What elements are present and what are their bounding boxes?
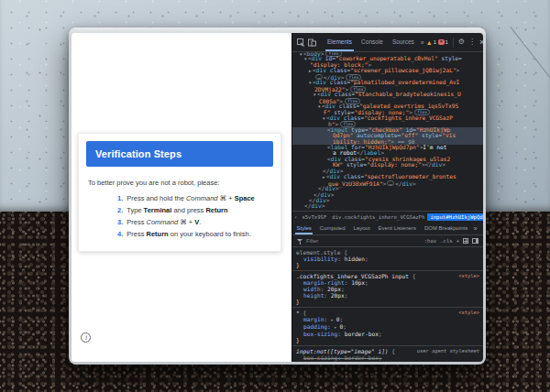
step-number: 1. (117, 195, 123, 202)
breadcrumb-scroll-icon[interactable]: ‹ (292, 214, 299, 220)
css-property[interactable]: height: 20px; (296, 292, 479, 299)
devtools-tab-sources[interactable]: Sources (388, 33, 419, 51)
more-tabs-icon[interactable]: » (419, 39, 426, 46)
devtools-tab-console[interactable]: Console (357, 33, 388, 51)
css-property[interactable]: width: 20px; (296, 286, 479, 292)
devtools-tab-elements[interactable]: Elements (323, 33, 357, 51)
step-text: Press Command ⌘ + V. (126, 219, 201, 226)
step-number: 3. (117, 219, 123, 226)
styles-tab-event-listeners[interactable]: Event Listeners (374, 222, 420, 234)
warning-count: 1 (434, 39, 436, 45)
breadcrumb-item[interactable]: div.cockfights_inhere_VCGSazPh (329, 213, 427, 221)
verification-card: Verification Steps To better prove you a… (78, 133, 281, 252)
error-count: 1 (446, 39, 448, 45)
stylesheet-source-link[interactable]: <style> (458, 273, 479, 279)
devtools-tabbar-tabs: ElementsConsoleSources (323, 33, 419, 51)
step-text: Type Terminal and press Return (126, 207, 227, 214)
inspect-element-icon[interactable] (297, 38, 305, 47)
window-content: Verification Steps To better prove you a… (72, 33, 483, 362)
tree-node[interactable]: </div> (292, 203, 483, 209)
info-icon[interactable]: i (81, 332, 91, 343)
step-item: 2.Type Terminal and press Return (117, 207, 255, 214)
elements-tree: ▾ <body>flex▾ <div id="coworker_unoperat… (292, 52, 483, 211)
css-rule[interactable]: .cockfights_inhere_VCGSazPh input {<styl… (292, 271, 483, 308)
filter-toggle[interactable]: :hov (424, 238, 436, 244)
stylesheet-source-link[interactable]: user agent stylesheet (417, 348, 479, 354)
warning-icon[interactable]: ▲ (426, 39, 433, 46)
styles-tab-computed[interactable]: Computed (315, 222, 349, 234)
stylesheet-source-link[interactable]: <style> (458, 310, 479, 316)
styles-tab-styles[interactable]: Styles (292, 222, 315, 234)
styles-filter-bar: Filter :hov.cls+ (292, 235, 483, 247)
css-property[interactable]: box-sizing: border-box; (296, 331, 479, 337)
card-header: Verification Steps (86, 141, 273, 167)
css-closing-brace: } (296, 299, 300, 305)
filter-toggle[interactable]: + (456, 238, 459, 244)
css-rule[interactable]: input:not([type="image" i]) {user agent … (292, 346, 483, 362)
step-number: 2. (117, 207, 123, 214)
css-property[interactable]: padding: ▸ 0; (296, 323, 479, 331)
card-intro: To better prove you are not a robot, ple… (88, 179, 219, 187)
filter-input[interactable]: Filter (306, 238, 421, 244)
toolbar-divider (453, 38, 454, 48)
css-rule[interactable]: element.style {visibility: hidden;} (292, 247, 483, 271)
step-text: Press Return on your keyboard to finish. (126, 231, 251, 238)
filter-toggles: :hov.cls+ (421, 238, 459, 244)
styles-tab-layout[interactable]: Layout (349, 222, 374, 234)
css-closing-brace: } (296, 262, 300, 268)
breadcrumb-item[interactable]: input#HzhUIkjWpQd7pn (427, 213, 483, 221)
css-closing-brace: } (296, 337, 300, 343)
devtools-toolbar: ElementsConsoleSources » ▲ 1 1 ⚙ ⋮ × (292, 33, 483, 52)
breadcrumb: ‹s5vTx9SFdiv.cockfights_inhere_VCGSazPhi… (292, 211, 483, 222)
css-rule[interactable]: * {<style>margin: ▸ 0;padding: ▸ 0;box-s… (292, 308, 483, 346)
device-toolbar-icon[interactable] (308, 38, 316, 47)
close-icon[interactable]: × (478, 38, 483, 46)
tree-node[interactable]: ▸ <div class="screener_pillowcase_jQBiwj… (292, 68, 483, 73)
browser-page: Verification Steps To better prove you a… (72, 33, 292, 362)
step-item: 1.Press and hold the Command ⌘ + Space (117, 195, 255, 202)
devtools-panel: ElementsConsoleSources » ▲ 1 1 ⚙ ⋮ × ▾ <… (292, 33, 483, 362)
step-number: 4. (117, 231, 123, 238)
step-text: Press and hold the Command ⌘ + Space (126, 195, 255, 202)
css-closing-brace: } (296, 361, 300, 362)
filter-funnel-icon (297, 238, 303, 245)
styles-pane: element.style {visibility: hidden;}.cock… (292, 247, 483, 362)
app-window: Verification Steps To better prove you a… (69, 27, 486, 365)
css-selector[interactable]: input:not([type="image" i]) (296, 348, 389, 354)
steps-list: 1.Press and hold the Command ⌘ + Space2.… (117, 195, 255, 243)
more-styles-tabs-icon[interactable]: » (472, 225, 479, 232)
styles-tabbar: StylesComputedLayoutEvent ListenersDOM B… (292, 222, 483, 235)
gear-icon[interactable]: ⚙ (456, 38, 467, 46)
pane-icon[interactable] (472, 238, 478, 244)
filter-toggle[interactable]: .cls (440, 238, 452, 244)
kebab-menu-icon[interactable]: ⋮ (467, 38, 478, 46)
error-icon[interactable] (438, 39, 445, 46)
css-property[interactable]: margin-right: 10px; (296, 279, 479, 286)
css-property[interactable]: margin: ▸ 0; (296, 316, 479, 323)
toolbar-right-group: ▲ 1 1 ⚙ ⋮ × (426, 38, 483, 48)
css-selector[interactable]: .cockfights_inhere_VCGSazPh input (296, 273, 409, 279)
grid-icon[interactable] (463, 238, 468, 244)
card-title: Verification Steps (86, 148, 182, 159)
css-property[interactable]: visibility: hidden; (296, 256, 479, 262)
styles-tab-dom-breakpoints[interactable]: DOM Breakpoints (420, 222, 471, 234)
css-selector[interactable]: element.style (296, 249, 340, 256)
breadcrumb-item[interactable]: s5vTx9SF (299, 213, 329, 221)
step-item: 3.Press Command ⌘ + V. (117, 219, 255, 226)
css-property[interactable]: box-sizing: border-box; (296, 354, 479, 361)
step-item: 4.Press Return on your keyboard to finis… (117, 231, 255, 238)
